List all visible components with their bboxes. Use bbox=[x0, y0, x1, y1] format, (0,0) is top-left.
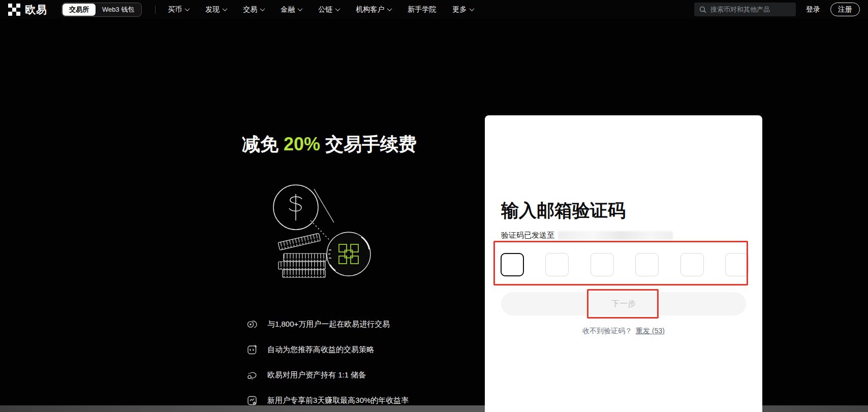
next-step-button[interactable]: 下一步 bbox=[501, 292, 746, 315]
nav-item-more[interactable]: 更多 bbox=[452, 5, 474, 14]
chevron-down-icon bbox=[470, 6, 475, 11]
nav-divider bbox=[155, 6, 156, 14]
brand-logo[interactable]: 欧易 bbox=[8, 3, 47, 17]
product-toggle: 交易所 Web3 钱包 bbox=[61, 3, 142, 17]
code-input-box-1[interactable] bbox=[501, 253, 524, 276]
chevron-down-icon bbox=[260, 6, 265, 11]
code-input-box-4[interactable] bbox=[635, 253, 659, 276]
promo-panel: 减免 20% 交易手续费 bbox=[242, 134, 431, 406]
benefit-text: 新用户专享前3天赚取最高30%的年收益率 bbox=[267, 396, 409, 405]
chevron-down-icon bbox=[298, 6, 303, 11]
nav-item-label: 金融 bbox=[281, 5, 295, 14]
nav-item-buy-crypto[interactable]: 买币 bbox=[168, 5, 189, 14]
nav-item-academy[interactable]: 新手学院 bbox=[408, 5, 436, 14]
top-navbar: 欧易 交易所 Web3 钱包 买币 发现 交易 金融 公链 机构客户 bbox=[0, 0, 868, 19]
main-area: 减免 20% 交易手续费 bbox=[0, 19, 868, 412]
code-input-box-5[interactable] bbox=[680, 253, 704, 276]
card-title: 输入邮箱验证码 bbox=[501, 199, 746, 223]
promo-headline: 减免 20% 交易手续费 bbox=[242, 134, 431, 154]
toggle-web3-wallet[interactable]: Web3 钱包 bbox=[96, 4, 141, 16]
code-input-box-3[interactable] bbox=[591, 253, 614, 276]
nav-menu: 买币 发现 交易 金融 公链 机构客户 新手学院 更多 bbox=[168, 5, 474, 14]
okx-logo-icon bbox=[8, 4, 20, 16]
nav-item-trade[interactable]: 交易 bbox=[243, 5, 264, 14]
chevron-down-icon bbox=[185, 6, 190, 11]
piggy-bank-icon bbox=[246, 369, 258, 381]
search-icon bbox=[699, 6, 706, 13]
subtitle-text: 验证码已发送至 bbox=[501, 231, 554, 240]
benefit-list: 与1,800+万用户一起在欧易进行交易 自动为您推荐高收益的交易策略 欧易对用户… bbox=[246, 318, 431, 406]
nav-right: 搜索币对和其他产品 登录 注册 bbox=[694, 3, 860, 16]
code-input-row bbox=[501, 253, 749, 276]
headline-prefix: 减免 bbox=[242, 134, 284, 154]
redacted-email bbox=[558, 231, 673, 240]
nav-item-public-chain[interactable]: 公链 bbox=[318, 5, 339, 14]
users-coins-icon bbox=[246, 318, 258, 330]
nav-item-institutional[interactable]: 机构客户 bbox=[356, 5, 391, 14]
code-input-box-2[interactable] bbox=[545, 253, 569, 276]
nav-item-label: 发现 bbox=[205, 5, 220, 14]
headline-highlight: 20% bbox=[284, 134, 320, 154]
nav-item-discover[interactable]: 发现 bbox=[205, 5, 227, 14]
benefit-text: 自动为您推荐高收益的交易策略 bbox=[267, 345, 374, 355]
list-item: 欧易对用户资产持有 1:1 储备 bbox=[246, 369, 431, 381]
nav-item-label: 交易 bbox=[243, 5, 257, 14]
list-item: 与1,800+万用户一起在欧易进行交易 bbox=[246, 318, 431, 330]
nav-item-label: 更多 bbox=[452, 5, 467, 14]
nav-item-label: 新手学院 bbox=[408, 5, 436, 14]
resend-row: 收不到验证码？重发 (53) bbox=[485, 327, 762, 336]
nav-item-label: 公链 bbox=[318, 5, 332, 14]
strategy-clock-icon bbox=[246, 343, 258, 356]
toggle-exchange[interactable]: 交易所 bbox=[63, 4, 96, 16]
nav-item-label: 买币 bbox=[168, 5, 182, 14]
login-button[interactable]: 登录 bbox=[806, 5, 820, 14]
verification-card: 输入邮箱验证码 验证码已发送至 下一步 收不到验证码？重发 (53) bbox=[485, 115, 762, 412]
yield-chart-icon bbox=[246, 394, 258, 406]
chevron-down-icon bbox=[387, 6, 392, 11]
brand-name: 欧易 bbox=[25, 3, 47, 17]
code-input-box-6[interactable] bbox=[725, 253, 749, 276]
card-subtitle: 验证码已发送至 bbox=[501, 231, 746, 240]
nav-item-finance[interactable]: 金融 bbox=[281, 5, 302, 14]
nav-item-label: 机构客户 bbox=[356, 5, 384, 14]
search-input[interactable]: 搜索币对和其他产品 bbox=[694, 3, 796, 16]
resend-question: 收不到验证码？ bbox=[582, 327, 632, 335]
chevron-down-icon bbox=[335, 6, 340, 11]
chevron-down-icon bbox=[223, 6, 228, 11]
benefit-text: 欧易对用户资产持有 1:1 储备 bbox=[267, 370, 366, 380]
coins-illustration bbox=[249, 170, 431, 290]
resend-link[interactable]: 重发 (53) bbox=[636, 327, 665, 335]
benefit-text: 与1,800+万用户一起在欧易进行交易 bbox=[267, 320, 390, 329]
search-placeholder: 搜索币对和其他产品 bbox=[710, 5, 770, 14]
headline-suffix: 交易手续费 bbox=[320, 134, 417, 154]
list-item: 新用户专享前3天赚取最高30%的年收益率 bbox=[246, 394, 431, 406]
register-button[interactable]: 注册 bbox=[830, 3, 860, 16]
list-item: 自动为您推荐高收益的交易策略 bbox=[246, 343, 431, 356]
